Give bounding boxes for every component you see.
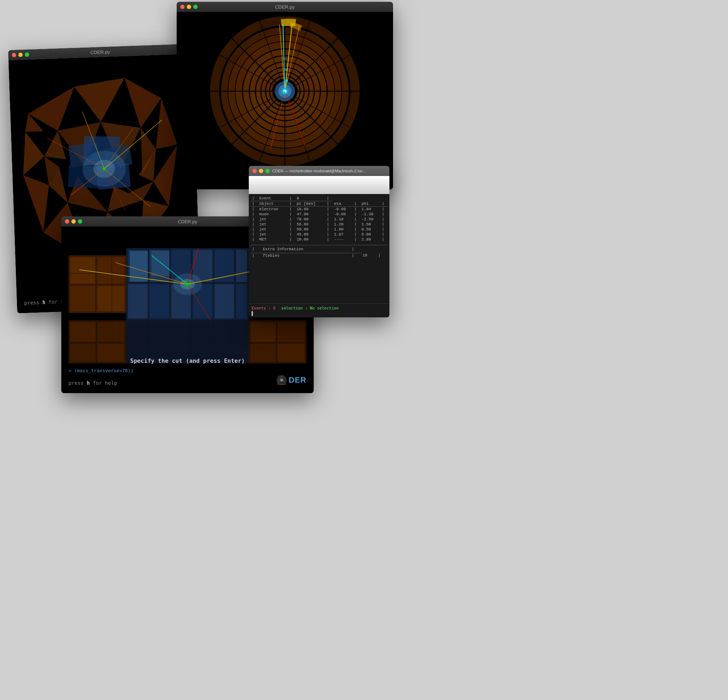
svg-rect-83 xyxy=(70,286,95,311)
table-row: | jet | 50.00 | 1.00 | 0.50 | xyxy=(251,227,388,232)
titlebar-2: CDER.py xyxy=(177,2,393,12)
traffic-lights-4[interactable] xyxy=(65,219,82,224)
particle-type: electron xyxy=(258,207,288,212)
particle-eta: -0.60 xyxy=(332,212,352,217)
svg-rect-132 xyxy=(97,322,124,342)
press-h-label-4: press h for help xyxy=(68,380,117,386)
particle-eta: 1.00 xyxy=(332,227,352,232)
svg-rect-110 xyxy=(236,284,247,318)
cut-input-display: > (mass_transverse<70)| xyxy=(68,368,133,373)
table-row: | muon | 47.00 | -0.60 | -1.30 | xyxy=(251,212,388,217)
particle-type: jet xyxy=(258,217,288,222)
minimize-button-3[interactable] xyxy=(259,169,263,173)
ftebles-value: 10 xyxy=(361,253,377,258)
event-value: 0 xyxy=(295,196,326,201)
particle-viz-2 xyxy=(177,12,393,189)
particle-pt: 78.00 xyxy=(295,217,326,222)
svg-rect-84 xyxy=(97,286,124,311)
table-row: | jet | 45.00 | 1.07 | 0.00 | xyxy=(251,232,388,237)
particle-phi: -2.50 xyxy=(360,217,380,222)
svg-rect-133 xyxy=(70,344,95,362)
extra-info-label: Extra Information xyxy=(261,247,351,252)
svg-point-74 xyxy=(285,68,287,71)
ftebles-label: ftebles xyxy=(261,253,351,258)
svg-rect-139 xyxy=(277,344,305,362)
col-pt: pt [GeV] xyxy=(295,201,326,207)
specify-cut-text: Specify the cut (and press Enter) xyxy=(130,357,245,364)
particle-phi: 1.50 xyxy=(360,222,380,227)
particle-phi: 0.50 xyxy=(360,227,380,232)
minimize-button-2[interactable] xyxy=(187,5,191,9)
cder-logo-4: DER xyxy=(276,375,306,386)
particle-eta: ---- xyxy=(332,237,352,242)
svg-rect-136 xyxy=(251,322,276,342)
close-button-2[interactable] xyxy=(180,5,185,9)
col-phi: phi xyxy=(360,201,380,207)
particle-pt: 50.00 xyxy=(295,227,326,232)
particle-eta: -0.60 xyxy=(332,207,352,212)
window-title-2: CDER.py xyxy=(275,4,295,10)
status-selection: selection : No selection xyxy=(281,306,339,311)
window-title-4: CDER.py xyxy=(178,219,197,224)
svg-rect-134 xyxy=(97,344,124,362)
window-title-1: CDER.py xyxy=(90,49,110,55)
col-object: object xyxy=(258,201,288,207)
svg-rect-103 xyxy=(215,250,234,282)
svg-point-72 xyxy=(283,91,285,93)
traffic-lights-2[interactable] xyxy=(180,5,198,9)
particle-phi: -1.30 xyxy=(360,212,380,217)
terminal-display: | Event | 0 | | object | pt [GeV] | eta … xyxy=(249,176,389,317)
close-button-1[interactable] xyxy=(12,53,16,57)
table-row: | MET | 10.00 | ---- | 2.80 | xyxy=(251,237,388,242)
window3-content: | Event | 0 | | object | pt [GeV] | eta … xyxy=(249,176,389,317)
particle-pt: 56.00 xyxy=(295,222,326,227)
svg-point-73 xyxy=(285,79,288,82)
maximize-button-4[interactable] xyxy=(78,219,82,224)
status-bar: Events : 5 selection : No selection ▌ xyxy=(249,303,389,317)
svg-rect-82 xyxy=(97,257,124,284)
particle-pt: 10.00 xyxy=(295,237,326,242)
cder-logo-text-4: DER xyxy=(289,375,306,385)
close-button-3[interactable] xyxy=(253,169,257,173)
particle-pt: 47.00 xyxy=(295,212,326,217)
particle-phi: 2.80 xyxy=(360,237,380,242)
particle-pt: 18.00 xyxy=(295,207,326,212)
traffic-lights-1[interactable] xyxy=(12,52,29,57)
minimize-button-1[interactable] xyxy=(19,53,23,57)
window-2[interactable]: CDER.py xyxy=(177,2,393,189)
status-cursor: ▌ xyxy=(252,311,254,316)
table-row: | jet | 78.00 | 1.10 | -2.50 | xyxy=(251,217,388,222)
window-title-3: CDER — micheltrottier-mcdonald@Macintosh… xyxy=(272,169,366,173)
svg-point-149 xyxy=(280,379,283,382)
window-3[interactable]: CDER — micheltrottier-mcdonald@Macintosh… xyxy=(249,166,389,317)
particle-type: MET xyxy=(258,237,288,242)
particle-type: jet xyxy=(258,232,288,237)
svg-point-75 xyxy=(284,58,286,60)
particle-phi: 0.00 xyxy=(360,232,380,237)
minimize-button-4[interactable] xyxy=(71,219,76,224)
svg-rect-81 xyxy=(70,257,95,284)
close-button-4[interactable] xyxy=(65,219,69,224)
particle-eta: 1.10 xyxy=(332,217,352,222)
svg-rect-105 xyxy=(128,284,148,318)
particle-type: jet xyxy=(258,227,288,232)
particle-type: jet xyxy=(258,222,288,227)
event-label: Event xyxy=(258,196,288,201)
particle-eta: 1.20 xyxy=(332,222,352,227)
svg-point-128 xyxy=(186,282,189,286)
svg-rect-140 xyxy=(126,320,249,363)
status-events: Events : 5 xyxy=(252,306,276,311)
cder-logo-icon-4 xyxy=(276,375,287,386)
table-row: | jet | 56.00 | 1.20 | 1.50 | xyxy=(251,222,388,227)
table-row: | electron | 18.00 | -0.60 | 1.84 | xyxy=(251,207,388,212)
maximize-button-2[interactable] xyxy=(193,5,198,9)
traffic-lights-3[interactable] xyxy=(253,169,270,173)
particle-phi: 1.84 xyxy=(360,207,380,212)
maximize-button-1[interactable] xyxy=(25,52,29,56)
particle-type: muon xyxy=(258,212,288,217)
svg-rect-138 xyxy=(251,344,276,362)
maximize-button-3[interactable] xyxy=(265,169,270,173)
titlebar-3: CDER — micheltrottier-mcdonald@Macintosh… xyxy=(249,166,389,176)
svg-rect-118 xyxy=(152,251,169,276)
particle-eta: 1.07 xyxy=(332,232,352,237)
